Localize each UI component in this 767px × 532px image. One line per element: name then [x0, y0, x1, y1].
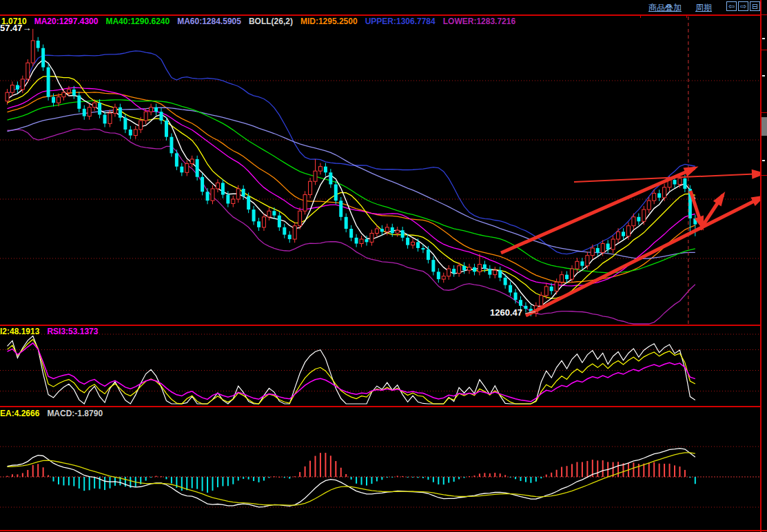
- readout-item: MACD:-1.8790: [47, 409, 103, 418]
- rsi-panel-separator: [0, 325, 761, 326]
- low-price-value: 1260.47: [490, 307, 522, 318]
- axis-label-fragment: [762, 75, 765, 76]
- axis-label-fragment: [762, 38, 765, 39]
- candles-layer: [6, 29, 697, 317]
- high-price-value: 57.47: [0, 23, 23, 33]
- low-price-label: 1260.47: [490, 307, 522, 318]
- rsi-readouts: I2:48.1913RSI3:53.1373: [0, 327, 98, 336]
- chart-window: 商品叠加 周期 ⇦ ⇨ ⊟ 1.0710MA20:1297.4300MA40:1…: [0, 0, 767, 532]
- axis-tick: [761, 175, 767, 176]
- rsi-panel[interactable]: [0, 334, 760, 404]
- chart-canvas[interactable]: [0, 0, 767, 532]
- axis-tick: [761, 50, 767, 50]
- macd-panel[interactable]: [0, 447, 760, 507]
- axis-tick: [761, 112, 767, 113]
- macd-panel-separator: [0, 406, 761, 407]
- axis-label-fragment: [762, 160, 765, 161]
- high-price-arrow-icon: →: [23, 23, 32, 33]
- readout-item: I2:48.1913: [0, 327, 39, 336]
- readout-item: RSI3:53.1373: [47, 327, 98, 336]
- readout-item: EA:4.2666: [0, 409, 39, 418]
- scrollbar-thumb[interactable]: [761, 117, 767, 136]
- price-axis-strip: [761, 15, 767, 530]
- macd-readouts: EA:4.2666MACD:-1.8790: [0, 409, 103, 418]
- high-price-label: 57.47→: [0, 23, 32, 33]
- bottom-border: [0, 530, 767, 531]
